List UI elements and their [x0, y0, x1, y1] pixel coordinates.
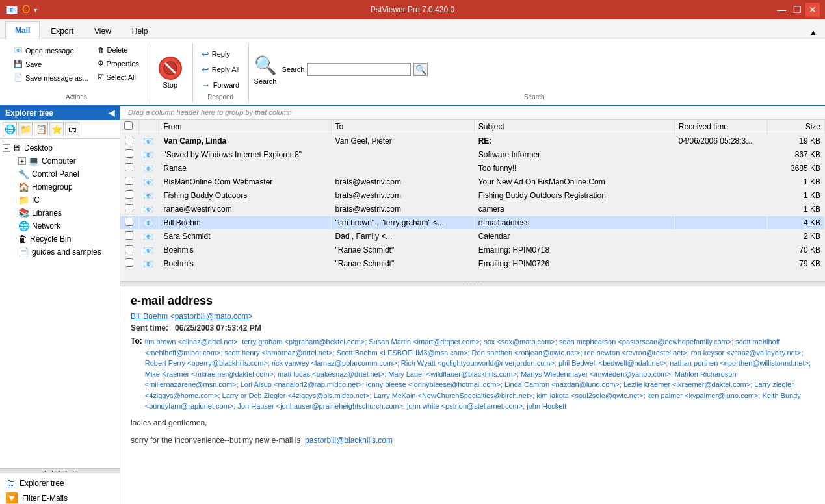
table-row[interactable]: 📧 ranae@westriv.com brats@westriv.com ca… [120, 203, 825, 216]
open-message-button[interactable]: 📧 Open message [10, 44, 92, 57]
tree-item-network[interactable]: 🌐 Network [0, 220, 120, 233]
network-icon: 🌐 [18, 221, 29, 231]
save-button[interactable]: 💾 Save [10, 58, 92, 70]
email-to: brats@westriv.com [331, 203, 474, 216]
email-to [331, 162, 474, 175]
table-row[interactable]: 📧 Ranae Too funny!! 3685 KB [120, 162, 825, 175]
col-header-to[interactable]: To [331, 120, 474, 134]
reply-button[interactable]: ↩ Reply [198, 47, 243, 61]
save-message-as-button[interactable]: 📄 Save message as... [10, 71, 92, 84]
sidebar-tool-globe[interactable]: 🌐 [3, 122, 17, 136]
tab-mail[interactable]: Mail [5, 21, 40, 40]
office-icon: O [22, 4, 30, 16]
sidebar-section-filter[interactable]: 🔽 Filter E-Mails [0, 490, 120, 504]
email-row-icon: 📧 [143, 150, 153, 160]
sidebar-tool-folder[interactable]: 📁 [18, 122, 33, 136]
tree-expand-desktop[interactable]: − [3, 144, 10, 152]
tree-label-guides: guides and samples [32, 247, 101, 257]
save-as-icon: 📄 [14, 73, 23, 82]
maximize-button[interactable]: ❐ [790, 3, 804, 17]
select-all-checkbox[interactable] [124, 121, 133, 130]
filter-section-icon: 🔽 [5, 492, 18, 504]
row-checkbox[interactable] [125, 190, 133, 199]
email-received [674, 230, 767, 244]
forward-icon: → [202, 80, 211, 90]
search-magnifier-icon: 🔍 [254, 55, 277, 76]
search-input[interactable] [307, 63, 411, 76]
ribbon-group-respond: ↩ Reply ↩ Reply All → Forward Respond [193, 43, 249, 102]
table-row[interactable]: 📧 Boehm's "Ranae Schmidt" Emailing: HPIM… [120, 244, 825, 257]
properties-button[interactable]: ⚙ Properties [94, 57, 142, 69]
tree-item-computer[interactable]: + 💻 Computer [0, 155, 120, 168]
close-button[interactable]: ✕ [805, 3, 820, 17]
preview-from[interactable]: Bill Boehm <pastorbill@mato.com> [131, 312, 815, 321]
preview-body: ladies and gentlemen, sorry for the inco… [131, 417, 815, 447]
table-row[interactable]: 📧 Boehm's "Ranae Schmidt" Emailing: HPIM… [120, 257, 825, 271]
table-row[interactable]: 📧 "Saved by Windows Internet Explorer 8"… [120, 148, 825, 162]
row-checkbox[interactable] [125, 149, 133, 158]
email-preview-resize[interactable]: · · · · · · [120, 281, 825, 286]
col-header-icon [138, 120, 159, 134]
col-header-time[interactable]: Received time [674, 120, 767, 134]
email-row-icon: 📧 [143, 164, 153, 173]
sidebar-collapse-icon[interactable]: ◀ [109, 108, 114, 118]
tab-export[interactable]: Export [41, 22, 83, 40]
actions-group-label: Actions [10, 94, 142, 101]
sidebar-section-explorer[interactable]: 🗂 Explorer tree [0, 476, 120, 490]
col-header-from[interactable]: From [159, 120, 331, 134]
ribbon-collapse-btn[interactable]: ▲ [807, 25, 820, 40]
table-row[interactable]: 📧 Sara Schmidt Dad , Family <... Calenda… [120, 230, 825, 244]
row-checkbox[interactable] [125, 204, 133, 212]
col-header-size[interactable]: Size [767, 120, 824, 134]
row-checkbox[interactable] [125, 136, 133, 144]
table-row[interactable]: 📧 BisManOnline.Com Webmaster brats@westr… [120, 175, 825, 189]
delete-icon: 🗑 [98, 46, 105, 54]
tree-item-ic[interactable]: 📁 IC [0, 194, 120, 207]
delete-button[interactable]: 🗑 Delete [94, 44, 142, 56]
new-email-link[interactable]: pastorbill@blackhills.com [305, 436, 393, 445]
sidebar-title: Explorer tree [5, 108, 53, 118]
sidebar-tool-list[interactable]: 📋 [34, 122, 48, 136]
stop-label: Stop [163, 81, 177, 89]
tree-item-control-panel[interactable]: 🔧 Control Panel [0, 168, 120, 181]
tree-item-libraries[interactable]: 📚 Libraries [0, 207, 120, 220]
email-subject: Emailing: HPIM0718 [474, 244, 674, 257]
tab-help[interactable]: Help [122, 22, 158, 40]
row-checkbox[interactable] [125, 218, 133, 226]
minimize-button[interactable]: — [774, 3, 789, 17]
row-checkbox[interactable] [125, 245, 133, 253]
dropdown-arrow[interactable]: ▾ [34, 6, 37, 14]
email-size: 79 KB [767, 257, 824, 271]
table-row[interactable]: 📧 Fishing Buddy Outdoors brats@westriv.c… [120, 189, 825, 203]
email-row-icon: 📧 [143, 136, 153, 146]
tree-expand-computer[interactable]: + [18, 157, 26, 165]
tree-item-homegroup[interactable]: 🏠 Homegroup [0, 181, 120, 194]
reply-all-button[interactable]: ↩ Reply All [198, 62, 243, 77]
tab-view[interactable]: View [85, 22, 121, 40]
row-checkbox[interactable] [125, 163, 133, 171]
email-to: brats@westriv.com [331, 189, 474, 203]
row-checkbox[interactable] [125, 231, 133, 240]
email-preview: e-mail address Bill Boehm <pastorbill@ma… [120, 286, 825, 504]
email-row-icon: 📧 [143, 177, 153, 187]
table-row[interactable]: 📧 Bill Boehm "tim brown" , "terry graham… [120, 216, 825, 230]
email-row-icon: 📧 [143, 218, 153, 228]
search-group-label: Search [254, 94, 815, 101]
col-header-subject[interactable]: Subject [474, 120, 674, 134]
table-row[interactable]: 📧 Van Camp, Linda Van Geel, Pieter RE: 0… [120, 134, 825, 148]
sidebar-resize-handle[interactable]: · · · · · [0, 468, 120, 473]
row-checkbox[interactable] [125, 177, 133, 185]
select-all-button[interactable]: ☑ Select All [94, 71, 142, 83]
sidebar-tool-star[interactable]: ⭐ [49, 122, 64, 136]
search-go-button[interactable]: 🔍 [413, 63, 428, 76]
tree-item-recycle-bin[interactable]: 🗑 Recycle Bin [0, 233, 120, 246]
col-header-check [120, 120, 138, 134]
drag-hint: Drag a column header here to group by th… [120, 106, 825, 120]
ribbon-group-stop: Stop [148, 43, 193, 102]
row-checkbox[interactable] [125, 258, 133, 267]
sidebar-tool-grid[interactable]: 🗂 [65, 122, 79, 136]
forward-button[interactable]: → Forward [198, 78, 243, 92]
tree-item-guides[interactable]: 📄 guides and samples [0, 246, 120, 258]
tree-item-desktop[interactable]: − 🖥 Desktop [0, 142, 120, 155]
stop-button[interactable]: Stop [153, 54, 187, 92]
